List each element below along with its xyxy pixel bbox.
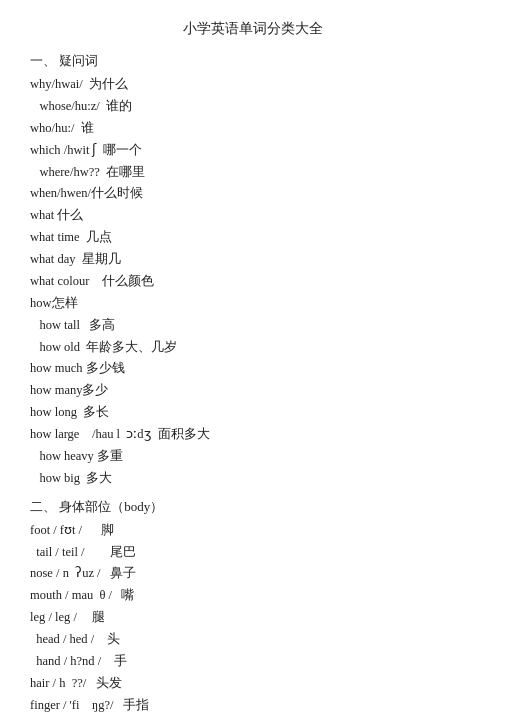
- vocab-line: how long 多长: [30, 402, 475, 424]
- vocab-line: hair / h ??/ 头发: [30, 673, 475, 695]
- vocab-line: which /hwit ʃ 哪一个: [30, 140, 475, 162]
- page-title: 小学英语单词分类大全: [30, 20, 475, 38]
- content-area: 一、 疑问词 why/hwai/ 为什么 whose/hu:z/ 谁的 who/…: [30, 52, 475, 714]
- vocab-line: why/hwai/ 为什么: [30, 74, 475, 96]
- vocab-line: foot / fʊt / 脚: [30, 520, 475, 542]
- vocab-line: mouth / mau θ / 嘴: [30, 585, 475, 607]
- vocab-line: where/hw?? 在哪里: [30, 162, 475, 184]
- vocab-line: what 什么: [30, 205, 475, 227]
- vocab-line: hand / h?nd / 手: [30, 651, 475, 673]
- section-header-interrogative: 一、 疑问词: [30, 52, 475, 70]
- vocab-line: when/hwen/什么时候: [30, 183, 475, 205]
- vocab-line: how怎样: [30, 293, 475, 315]
- vocab-line: how much 多少钱: [30, 358, 475, 380]
- vocab-line: tail / teil / 尾巴: [30, 542, 475, 564]
- vocab-line: what time 几点: [30, 227, 475, 249]
- section-interrogative: 一、 疑问词 why/hwai/ 为什么 whose/hu:z/ 谁的 who/…: [30, 52, 475, 490]
- vocab-line: head / hed / 头: [30, 629, 475, 651]
- vocab-line: what day 星期几: [30, 249, 475, 271]
- section-header-body: 二、 身体部位（body）: [30, 498, 475, 516]
- vocab-line: leg / leg / 腿: [30, 607, 475, 629]
- vocab-line: how heavy 多重: [30, 446, 475, 468]
- vocab-line: whose/hu:z/ 谁的: [30, 96, 475, 118]
- vocab-line: how big 多大: [30, 468, 475, 490]
- vocab-line: finger / 'fi ŋg?/ 手指: [30, 695, 475, 714]
- vocab-line: how large /hau l ɔːdʒ 面积多大: [30, 424, 475, 446]
- vocab-line: how tall 多高: [30, 315, 475, 337]
- vocab-line: what colour 什么颜色: [30, 271, 475, 293]
- vocab-line: who/hu:/ 谁: [30, 118, 475, 140]
- vocab-line: nose / n ʔuz / 鼻子: [30, 563, 475, 585]
- vocab-line: how old 年龄多大、几岁: [30, 337, 475, 359]
- section-body: 二、 身体部位（body） foot / fʊt / 脚 tail / teil…: [30, 498, 475, 714]
- vocab-line: how many多少: [30, 380, 475, 402]
